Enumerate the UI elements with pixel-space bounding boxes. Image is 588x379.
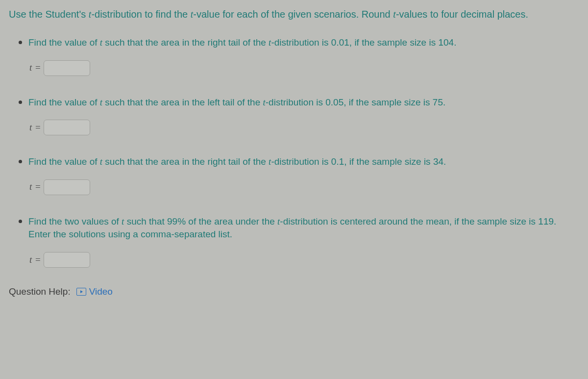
answer-input-1[interactable] <box>44 60 90 76</box>
question-text: Find the value of <box>28 37 100 48</box>
question-text: -distribution is 0.05, if the sample siz… <box>266 97 446 107</box>
question-text: such that the area in the left tail of t… <box>102 97 263 107</box>
answer-row-2: t = <box>29 120 563 135</box>
question-text: Find the value of <box>28 156 100 167</box>
question-text: such that the area in the right tail of … <box>102 156 269 167</box>
answer-input-4[interactable] <box>44 252 90 268</box>
answer-row-1: t = <box>29 60 563 76</box>
question-text: -distribution is 0.1, if the sample size… <box>271 156 446 167</box>
answer-input-2[interactable] <box>44 120 90 135</box>
question-text: Find the two values of <box>28 216 122 227</box>
help-label: Question Help: <box>9 286 71 297</box>
answer-row-3: t = <box>29 179 563 195</box>
question-list: Find the value of t such that the area i… <box>28 35 579 268</box>
answer-label: t = <box>29 180 41 194</box>
question-text: such that 99% of the area under the <box>124 216 277 227</box>
intro-text: -value for each of the given scenarios. … <box>193 9 393 20</box>
question-intro: Use the Student's t-distribution to find… <box>9 7 558 21</box>
intro-text: -values to four decimal places. <box>396 9 528 20</box>
answer-label: t = <box>29 61 41 75</box>
question-item-3: Find the value of t such that the area i… <box>28 154 563 195</box>
help-video-link[interactable]: Video <box>76 286 113 297</box>
intro-text: -distribution to find the <box>91 9 190 20</box>
question-item-1: Find the value of t such that the area i… <box>28 35 563 76</box>
question-item-4: Find the two values of t such that 99% o… <box>28 214 563 268</box>
question-text: such that the area in the right tail of … <box>102 37 269 48</box>
answer-label: t = <box>29 121 41 134</box>
answer-label: t = <box>29 253 41 267</box>
answer-row-4: t = <box>29 252 563 268</box>
question-text: -distribution is 0.01, if the sample siz… <box>271 37 456 48</box>
help-video-label: Video <box>89 286 113 297</box>
question-help-row: Question Help: Video <box>9 286 579 297</box>
answer-input-3[interactable] <box>44 179 90 195</box>
video-icon <box>76 288 86 296</box>
question-page: Use the Student's t-distribution to find… <box>0 0 588 379</box>
intro-text: Use the Student's <box>9 9 89 20</box>
question-text: Find the value of <box>28 97 100 107</box>
question-item-2: Find the value of t such that the area i… <box>28 95 563 136</box>
